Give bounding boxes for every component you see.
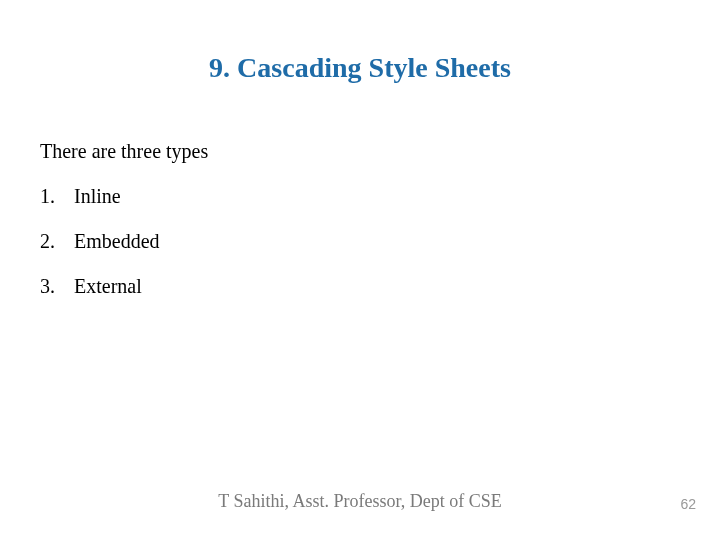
slide: 9. Cascading Style Sheets There are thre… — [0, 0, 720, 540]
footer-name: T Sahithi, — [218, 491, 292, 511]
slide-body: There are three types 1. Inline 2. Embed… — [40, 140, 680, 320]
intro-text: There are three types — [40, 140, 680, 163]
page-title: 9. Cascading Style Sheets — [0, 52, 720, 84]
footer-role: Asst. Professor, Dept of CSE — [292, 491, 501, 511]
page-number: 62 — [680, 496, 696, 512]
list-label: External — [74, 275, 680, 298]
list-number: 1. — [40, 185, 74, 208]
list-item: 3. External — [40, 275, 680, 298]
list-item: 2. Embedded — [40, 230, 680, 253]
list-item: 1. Inline — [40, 185, 680, 208]
list-number: 2. — [40, 230, 74, 253]
footer-credit: T Sahithi, Asst. Professor, Dept of CSE — [0, 491, 720, 512]
list-label: Embedded — [74, 230, 680, 253]
list-label: Inline — [74, 185, 680, 208]
list-number: 3. — [40, 275, 74, 298]
